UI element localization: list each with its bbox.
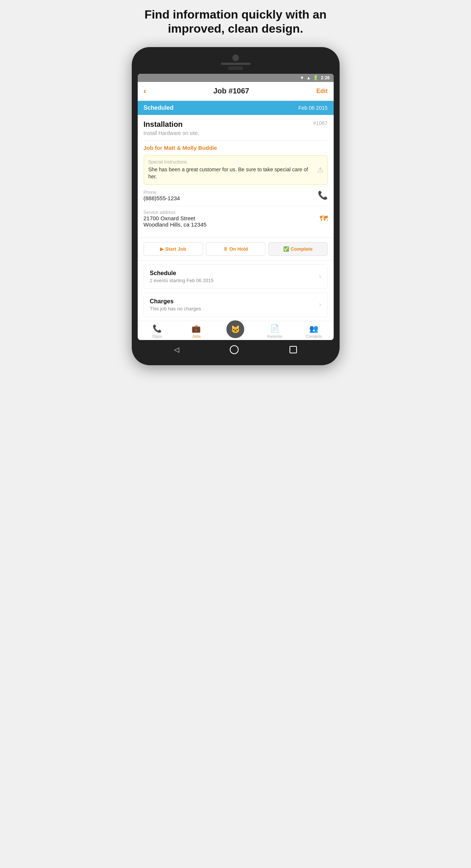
charges-chevron-icon: › xyxy=(319,301,321,308)
phone-shell: ▼ ▲ 🔋 2:26 ‹ Job #1067 Edit Scheduled Fe… xyxy=(132,47,340,365)
phone-value: (888)555-1234 xyxy=(144,195,180,201)
phone-label: Phone xyxy=(144,190,180,195)
start-job-label: Start Job xyxy=(165,246,186,252)
home-button-top xyxy=(228,66,243,70)
phone-field-row: Phone (888)555-1234 📞 xyxy=(144,190,328,201)
screen: ▼ ▲ 🔋 2:26 ‹ Job #1067 Edit Scheduled Fe… xyxy=(138,74,334,340)
schedule-chevron-icon: › xyxy=(319,273,321,280)
signal-icon: ▲ xyxy=(307,75,311,80)
special-instructions-text: She has been a great customer for us. Be… xyxy=(148,166,313,181)
jobs-label: Jobs xyxy=(192,334,200,339)
page-wrapper: Find information quickly with an improve… xyxy=(118,7,353,365)
map-icon[interactable]: 🗺 xyxy=(320,214,328,224)
camera xyxy=(232,55,239,61)
wifi-icon: ▼ xyxy=(300,75,304,80)
divider-2 xyxy=(144,206,328,206)
phone-bottom-nav: ◁ xyxy=(138,340,334,354)
charges-card-subtitle: This job has no charges xyxy=(150,306,201,311)
edit-button[interactable]: Edit xyxy=(316,88,327,95)
opps-icon: 📞 xyxy=(153,324,162,333)
header-title: Job #1067 xyxy=(213,87,249,95)
contacts-icon: 👥 xyxy=(309,324,318,333)
play-icon: ▶ xyxy=(160,246,164,252)
invoices-icon: 📄 xyxy=(270,324,279,333)
nav-item-contacts[interactable]: 👥 Contacts xyxy=(294,324,334,339)
app-header: ‹ Job #1067 Edit xyxy=(138,82,334,101)
schedule-card-title: Schedule xyxy=(150,270,214,277)
schedule-card-content: Schedule 2 events starting Feb 06 2015 xyxy=(150,270,214,283)
complete-label: Complete xyxy=(291,246,313,252)
job-title-row: Installation #1067 xyxy=(144,120,328,129)
address-label: Service address xyxy=(144,210,207,215)
status-banner: Scheduled Feb 06 2015 xyxy=(138,101,334,115)
back-button[interactable]: ‹ xyxy=(144,86,146,96)
nav-item-jobs[interactable]: 💼 Jobs xyxy=(177,324,216,339)
job-description: Install Hardware on site, xyxy=(144,130,328,136)
job-for: Job for Matt & Molly Buddie xyxy=(144,145,328,151)
phone-top xyxy=(138,55,334,74)
schedule-card-subtitle: 2 events starting Feb 06 2015 xyxy=(150,278,214,283)
bottom-nav: 📞 Opps 💼 Jobs 🐱 📄 Invoices 👥 xyxy=(138,321,334,340)
address-line1: 21700 Oxnard Street xyxy=(144,215,207,221)
action-buttons: ▶ Start Job ⏸ On Hold ✅ Complete xyxy=(138,237,334,261)
charges-card-content: Charges This job has no charges xyxy=(150,298,201,311)
warning-icon: ⚠ xyxy=(317,165,324,174)
nav-item-center[interactable]: 🐱 xyxy=(216,324,255,339)
status-time: 2:26 xyxy=(321,75,330,80)
center-button[interactable]: 🐱 xyxy=(226,320,244,338)
address-field-row: Service address 21700 Oxnard Street Wood… xyxy=(144,210,328,228)
status-bar: ▼ ▲ 🔋 2:26 xyxy=(138,74,334,82)
address-line2: Woodland Hills, ca 12345 xyxy=(144,221,207,228)
pause-icon: ⏸ xyxy=(223,246,228,252)
phone-field-info: Phone (888)555-1234 xyxy=(144,190,180,201)
job-number: #1067 xyxy=(313,120,328,126)
status-date: Feb 06 2015 xyxy=(298,105,328,111)
status-label: Scheduled xyxy=(144,105,174,111)
center-icon: 🐱 xyxy=(231,325,240,334)
speaker xyxy=(221,63,251,65)
recents-hw-button[interactable] xyxy=(290,346,297,353)
start-job-button[interactable]: ▶ Start Job xyxy=(144,242,203,256)
on-hold-label: On Hold xyxy=(229,246,248,252)
nav-item-invoices[interactable]: 📄 Invoices xyxy=(255,324,294,339)
opps-label: Opps xyxy=(152,334,162,339)
charges-card-title: Charges xyxy=(150,298,201,305)
address-field-info: Service address 21700 Oxnard Street Wood… xyxy=(144,210,207,228)
battery-icon: 🔋 xyxy=(313,75,318,80)
job-title: Installation xyxy=(144,120,183,129)
back-hw-button[interactable]: ◁ xyxy=(174,346,179,354)
nav-item-opps[interactable]: 📞 Opps xyxy=(138,324,177,339)
complete-icon: ✅ xyxy=(283,246,289,252)
page-headline: Find information quickly with an improve… xyxy=(118,7,353,36)
special-instructions-label: Special Instructions xyxy=(148,159,313,165)
client-name: Matt & Molly Buddie xyxy=(164,145,217,151)
job-content: Installation #1067 Install Hardware on s… xyxy=(138,115,334,237)
complete-button[interactable]: ✅ Complete xyxy=(268,242,328,256)
home-hw-button[interactable] xyxy=(230,345,239,354)
on-hold-button[interactable]: ⏸ On Hold xyxy=(206,242,265,256)
schedule-card[interactable]: Schedule 2 events starting Feb 06 2015 › xyxy=(144,264,328,289)
job-for-prefix: Job for xyxy=(144,145,164,151)
jobs-icon: 💼 xyxy=(192,324,201,333)
phone-icon[interactable]: 📞 xyxy=(318,191,328,200)
divider-1 xyxy=(144,141,328,141)
special-instructions-box: Special Instructions She has been a grea… xyxy=(144,155,328,185)
charges-card[interactable]: Charges This job has no charges › xyxy=(144,293,328,317)
contacts-label: Contacts xyxy=(306,334,322,339)
invoices-label: Invoices xyxy=(267,334,282,339)
